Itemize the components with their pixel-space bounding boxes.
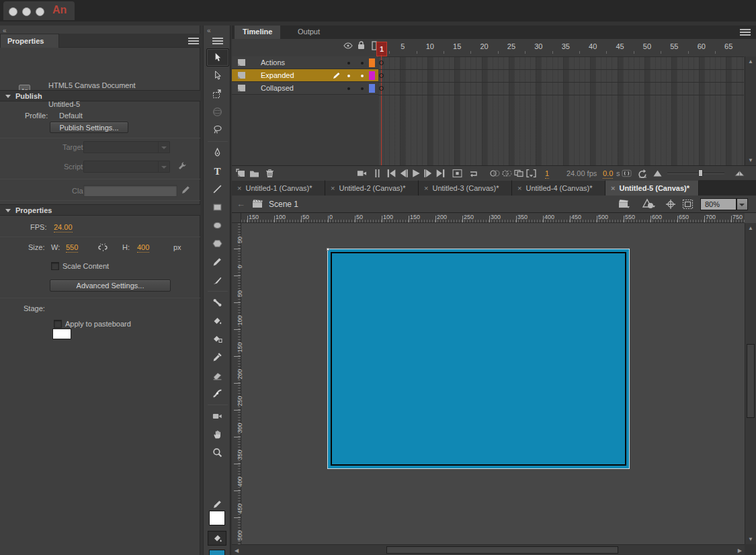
scroll-down-icon[interactable]: ▼: [748, 536, 753, 542]
document-tab-1[interactable]: ×Untitled-1 (Canvas)*: [232, 180, 325, 196]
lock-icon[interactable]: [358, 41, 365, 50]
pencil-tool[interactable]: [206, 253, 229, 271]
timeline-zoom-thumb[interactable]: [698, 169, 703, 177]
document-tab-5[interactable]: ×Untitled-5 (Canvas)*: [605, 180, 699, 196]
layer-toggle-dot[interactable]: [361, 62, 364, 65]
frame-rate-value[interactable]: 24.00 fps: [566, 168, 597, 179]
panel-menu-icon[interactable]: [740, 29, 751, 36]
tab-properties[interactable]: Properties: [0, 34, 59, 48]
close-tab-icon[interactable]: ×: [424, 184, 428, 192]
keyframe-frame-1[interactable]: [379, 60, 384, 65]
onion-range-icon[interactable]: [622, 168, 632, 179]
window-zoom-button[interactable]: [36, 7, 44, 16]
scroll-right-icon[interactable]: ▶: [738, 548, 742, 554]
stage-canvas-area[interactable]: 1501005005010015020025030035040045050055…: [232, 213, 756, 555]
eye-icon[interactable]: [343, 42, 353, 49]
elapsed-time-value[interactable]: 0.0: [603, 168, 613, 179]
apply-pasteboard-checkbox[interactable]: [54, 320, 62, 328]
document-tab-4[interactable]: ×Untitled-4 (Canvas)*: [512, 180, 605, 196]
modify-markers-icon[interactable]: [526, 168, 536, 179]
canvas-vertical-scrollbar[interactable]: ▲ ▼: [745, 223, 756, 544]
panel-menu-icon[interactable]: [188, 38, 199, 44]
keyframe-frame-1[interactable]: [379, 73, 384, 78]
tab-timeline[interactable]: Timeline: [235, 26, 280, 39]
selection-handle[interactable]: [327, 248, 329, 251]
first-frame-icon[interactable]: [386, 168, 396, 179]
fps-value[interactable]: 24.00: [54, 223, 73, 232]
camera-tool[interactable]: [206, 407, 229, 425]
eyedropper-tool[interactable]: [206, 348, 229, 366]
pen-tool[interactable]: [206, 144, 229, 162]
canvas-horizontal-scrollbar[interactable]: ◀ ▶: [232, 544, 745, 555]
scroll-up-icon[interactable]: ▲: [748, 225, 753, 231]
clip-content-icon[interactable]: [682, 199, 694, 210]
stage-color-swatch[interactable]: [52, 329, 71, 339]
eraser-tool[interactable]: [206, 366, 229, 384]
lasso-tool[interactable]: [206, 121, 229, 139]
horizontal-scroll-thumb[interactable]: [386, 546, 618, 554]
layer-name[interactable]: Collapsed: [261, 84, 294, 92]
stage-rectangle-stroke[interactable]: [331, 252, 626, 466]
advanced-settings-button[interactable]: Advanced Settings...: [50, 280, 171, 292]
add-camera-icon[interactable]: [357, 168, 367, 179]
rectangle-tool[interactable]: [206, 198, 229, 216]
vertical-scroll-thumb[interactable]: [747, 344, 755, 418]
wrench-icon[interactable]: [177, 161, 187, 171]
layer-name[interactable]: Expanded: [261, 71, 294, 79]
layer-toggle-dot[interactable]: [347, 87, 350, 90]
layer-toggle-dot[interactable]: [361, 75, 364, 77]
scale-content-checkbox[interactable]: [51, 262, 59, 270]
new-layer-icon[interactable]: [236, 168, 246, 179]
free-transform-tool[interactable]: [206, 85, 229, 103]
step-forward-icon[interactable]: [423, 168, 433, 179]
edit-multiple-frames-icon[interactable]: [514, 168, 524, 179]
layer-row-collapsed[interactable]: Collapsed: [232, 82, 378, 95]
zoom-in-tri-icon[interactable]: [734, 168, 745, 179]
stroke-color-swatch[interactable]: [209, 511, 225, 525]
polystar-tool[interactable]: [206, 234, 229, 253]
zoom-dropdown-button[interactable]: [737, 198, 748, 210]
onion-outlines-icon[interactable]: [502, 168, 512, 179]
oval-tool[interactable]: [206, 216, 229, 234]
layer-color-chip[interactable]: [369, 58, 375, 67]
center-frame-icon[interactable]: [452, 168, 462, 179]
pencil-edit-icon[interactable]: [181, 185, 190, 194]
collapse-panel-icon[interactable]: «: [207, 27, 211, 34]
layer-toggle-dot[interactable]: [347, 62, 350, 65]
close-tab-icon[interactable]: ×: [517, 184, 521, 192]
layer-toggle-dot[interactable]: [361, 87, 364, 90]
tab-output[interactable]: Output: [290, 26, 328, 39]
width-tool[interactable]: [206, 384, 229, 402]
line-tool[interactable]: [206, 180, 229, 198]
edit-scene-icon[interactable]: [618, 199, 632, 210]
layer-color-chip[interactable]: [369, 71, 375, 80]
new-folder-icon[interactable]: [249, 168, 259, 179]
timeline-zoom-slider[interactable]: [667, 173, 724, 174]
current-frame-value[interactable]: 1: [545, 168, 549, 179]
back-arrow-icon[interactable]: ←: [237, 199, 245, 209]
paint-bucket-tool[interactable]: [206, 312, 229, 330]
loop-icon[interactable]: [468, 168, 478, 179]
publish-section-header[interactable]: Publish: [0, 90, 200, 101]
hand-tool[interactable]: [206, 425, 229, 443]
onion-skin-icon[interactable]: [490, 168, 500, 179]
height-value[interactable]: 400: [137, 243, 149, 253]
bone-tool[interactable]: [206, 294, 229, 312]
zoom-level-field[interactable]: 80%: [700, 198, 737, 210]
window-close-button[interactable]: [9, 7, 17, 16]
panel-menu-icon[interactable]: [212, 38, 223, 44]
center-stage-icon[interactable]: [665, 199, 676, 210]
ink-bottle-tool[interactable]: [206, 330, 229, 348]
selection-tool[interactable]: [206, 48, 229, 67]
keyframe-frame-1[interactable]: [379, 86, 384, 91]
rotation-3d-tool[interactable]: [206, 103, 229, 121]
close-tab-icon[interactable]: ×: [331, 184, 335, 192]
scroll-left-icon[interactable]: ◀: [235, 548, 239, 554]
timeline-frames-grid[interactable]: [378, 56, 744, 165]
document-tab-3[interactable]: ×Untitled-3 (Canvas)*: [419, 180, 512, 196]
playhead-line[interactable]: [381, 55, 382, 165]
close-tab-icon[interactable]: ×: [611, 184, 615, 192]
close-tab-icon[interactable]: ×: [237, 184, 241, 192]
width-value[interactable]: 550: [66, 243, 78, 253]
layer-row-actions[interactable]: Actions: [232, 56, 378, 69]
